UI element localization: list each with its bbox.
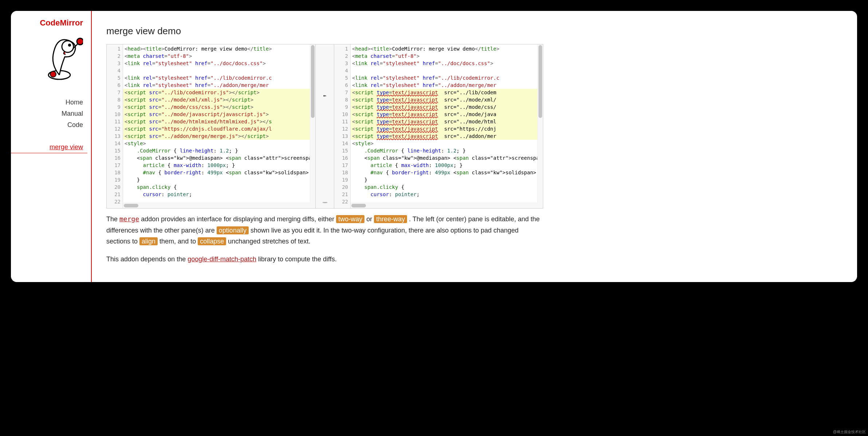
code-line[interactable]: <script src="../mode/xml/xml.js"></scrip… — [123, 96, 315, 103]
code-line[interactable]: cursor: pointer; — [351, 191, 543, 198]
merge-pane-right[interactable]: 12345678910111213141516171819202122 <hea… — [334, 44, 543, 208]
twoway-toggle[interactable]: two-way — [336, 215, 364, 223]
code-line[interactable]: <link rel="stylesheet" href="../lib/code… — [351, 74, 543, 82]
code-line[interactable]: <link rel="stylesheet" href="../doc/docs… — [351, 60, 543, 67]
description-2: This addon depends on the google-diff-ma… — [106, 254, 543, 265]
code-line[interactable]: #nav { border-right: 499px <span class="… — [351, 169, 543, 176]
code-line[interactable]: <script src="../mode/javascript/javascri… — [123, 111, 315, 118]
merge-arrow-icon[interactable]: ⇜ — [316, 92, 334, 99]
nav-item-home[interactable]: Home — [11, 97, 87, 108]
svg-point-3 — [50, 71, 56, 77]
code-line[interactable]: cursor: pointer; — [123, 191, 315, 198]
code-line[interactable]: span.clicky { — [351, 183, 543, 191]
code-line[interactable]: <meta charset="utf-8"> — [351, 52, 543, 60]
code-line[interactable]: <script src="../lib/codemirror.js"></scr… — [123, 89, 315, 96]
scrollbar-thumb[interactable] — [311, 45, 315, 118]
code-line[interactable]: article { max-width: 1000px; } — [351, 162, 543, 169]
merge-collapse-icon[interactable]: ⇛⇚ — [316, 199, 334, 206]
code-line[interactable]: <link rel="stylesheet" href="../addon/me… — [351, 82, 543, 89]
code-line[interactable]: article { max-width: 1000px; } — [123, 162, 315, 169]
code-line[interactable]: <script src="https://cdnjs.cloudflare.co… — [123, 125, 315, 132]
optionally-toggle[interactable]: optionally — [217, 226, 249, 234]
code-line[interactable]: <style> — [123, 140, 315, 147]
text: The — [106, 215, 119, 223]
code-line[interactable]: <script type=text/javascript src="https:… — [351, 125, 543, 132]
nav-item-manual[interactable]: Manual — [11, 108, 87, 119]
text: library to compute the diffs. — [258, 255, 337, 263]
code-line[interactable]: #nav { border-right: 499px <span class="… — [123, 169, 315, 176]
diff-lib-link[interactable]: google-diff-match-patch — [188, 255, 256, 263]
scrollbar-vertical[interactable] — [537, 44, 543, 208]
svg-point-2 — [68, 44, 71, 47]
text: This addon depends on the — [106, 255, 188, 263]
code-line[interactable]: <link rel="stylesheet" href="../doc/docs… — [123, 60, 315, 67]
nav-spacer — [11, 131, 87, 142]
code-line[interactable]: <span class="kw">@mediaspan> <span class… — [123, 154, 315, 162]
code-line[interactable]: <script src="../addon/merge/merge.js"></… — [123, 132, 315, 140]
nav-item-current[interactable]: merge view — [11, 142, 87, 153]
merge-gap: ⇜ ⇛⇚ — [315, 44, 334, 208]
code-line[interactable]: <script type=text/javascript src="../mod… — [351, 118, 543, 125]
code-line[interactable] — [123, 67, 315, 74]
sidebar: CodeMirror Home Manual Code merge view — [11, 11, 92, 282]
description-1: The merge addon provides an interface fo… — [106, 214, 543, 247]
code-line[interactable]: <meta charset="utf-8"> — [123, 52, 315, 60]
threeway-toggle[interactable]: three-way — [374, 215, 407, 223]
scrollbar-horizontal[interactable] — [123, 203, 310, 208]
code-line[interactable]: <script type=text/javascript src="../mod… — [351, 103, 543, 111]
code-line[interactable]: <head><title>CodeMirror: merge view demo… — [351, 45, 543, 52]
code-line[interactable]: .CodeMirror { line-height: 1.2; } — [351, 147, 543, 154]
site-brand[interactable]: CodeMirror — [11, 18, 87, 28]
merge-addon-link[interactable]: merge — [119, 215, 139, 223]
svg-point-1 — [62, 41, 74, 52]
code-right[interactable]: <head><title>CodeMirror: merge view demo… — [351, 44, 543, 208]
code-line[interactable]: <script src="../mode/css/css.js"></scrip… — [123, 103, 315, 111]
code-line[interactable]: <span class="kw">@mediaspan> <span class… — [351, 154, 543, 162]
code-line[interactable]: <link rel="stylesheet" href="../addon/me… — [123, 82, 315, 89]
scrollbar-thumb[interactable] — [124, 204, 138, 207]
merge-pane-left[interactable]: 12345678910111213141516171819202122 <hea… — [107, 44, 315, 208]
scrollbar-horizontal[interactable] — [351, 203, 538, 208]
text: addon provides an interface for displayi… — [141, 215, 336, 223]
scrollbar-thumb[interactable] — [538, 45, 542, 118]
gutter-right: 12345678910111213141516171819202122 — [334, 44, 351, 208]
code-line[interactable] — [351, 67, 543, 74]
code-line[interactable]: <script type=text/javascript src="../add… — [351, 132, 543, 140]
main-content: merge view demo 123456789101112131415161… — [92, 11, 558, 282]
code-line[interactable]: <script type=text/javascript src="../mod… — [351, 96, 543, 103]
text: unchanged stretches of text. — [228, 238, 310, 245]
collapse-toggle[interactable]: collapse — [198, 237, 226, 245]
code-line[interactable]: <script type=text/javascript src="../lib… — [351, 89, 543, 96]
code-line[interactable]: <style> — [351, 140, 543, 147]
code-line[interactable]: <head><title>CodeMirror: merge view demo… — [123, 45, 315, 52]
code-line[interactable]: } — [351, 176, 543, 183]
page-title: merge view demo — [106, 25, 543, 37]
code-line[interactable]: <script type=text/javascript src="../mod… — [351, 111, 543, 118]
code-line[interactable]: } — [123, 176, 315, 183]
code-left[interactable]: <head><title>CodeMirror: merge view demo… — [123, 44, 315, 208]
logo-icon — [11, 31, 87, 82]
code-line[interactable]: <script src="../mode/htmlmixed/htmlmixed… — [123, 118, 315, 125]
scrollbar-thumb[interactable] — [351, 204, 366, 207]
text: or — [366, 215, 374, 223]
gutter-left: 12345678910111213141516171819202122 — [107, 44, 123, 208]
scrollbar-vertical[interactable] — [310, 44, 315, 208]
merge-view[interactable]: 12345678910111213141516171819202122 <hea… — [106, 44, 543, 209]
code-line[interactable]: span.clicky { — [123, 183, 315, 191]
nav-list: Home Manual Code merge view — [11, 97, 87, 153]
align-toggle[interactable]: align — [139, 237, 158, 245]
code-line[interactable]: <link rel="stylesheet" href="../lib/code… — [123, 74, 315, 82]
svg-point-5 — [77, 38, 83, 45]
text: them, and to — [159, 238, 198, 245]
code-line[interactable]: .CodeMirror { line-height: 1.2; } — [123, 147, 315, 154]
app-window: CodeMirror Home Manual Code merge view m… — [11, 11, 857, 282]
nav-item-code[interactable]: Code — [11, 119, 87, 131]
